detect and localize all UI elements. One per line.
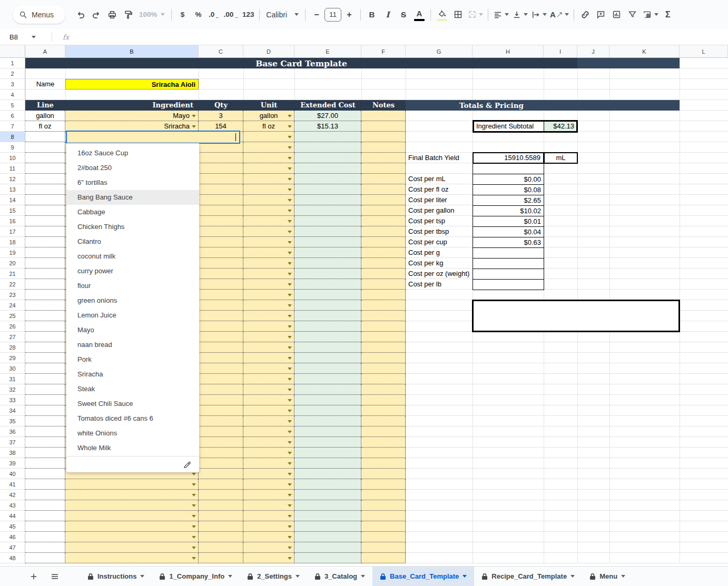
more-formats-button[interactable]: 123 xyxy=(240,7,256,23)
dropdown-arrow-icon[interactable] xyxy=(288,336,292,339)
decrease-decimal-button[interactable]: .0← xyxy=(206,7,222,23)
dropdown-arrow-icon[interactable] xyxy=(192,515,196,518)
text-rotation-button[interactable]: A xyxy=(548,7,570,23)
cell-D18[interactable] xyxy=(243,237,294,247)
cell-A33[interactable] xyxy=(25,395,65,405)
table-views-button[interactable] xyxy=(641,7,660,23)
cell-E38[interactable] xyxy=(294,448,361,458)
row-header-31[interactable]: 31 xyxy=(0,374,25,384)
row-header-2[interactable]: 2 xyxy=(0,68,25,79)
row-header-47[interactable]: 47 xyxy=(0,542,25,553)
cell-A24[interactable] xyxy=(25,300,65,311)
cell-D43[interactable] xyxy=(243,500,294,511)
row-header-21[interactable]: 21 xyxy=(0,269,25,279)
cell-C40[interactable] xyxy=(199,469,243,479)
cell-C21[interactable] xyxy=(199,269,243,279)
cell-D14[interactable] xyxy=(243,195,294,205)
chevron-down-icon[interactable] xyxy=(140,575,144,578)
cell-C15[interactable] xyxy=(199,205,243,216)
cost-label-cell[interactable]: Cost per tsp xyxy=(406,216,473,226)
paint-format-button[interactable] xyxy=(120,7,136,23)
cost-label-cell[interactable]: Cost per cup xyxy=(406,237,473,247)
cell-F16[interactable] xyxy=(361,216,406,226)
subtotal-value-cell[interactable]: $42.13 xyxy=(544,122,576,131)
cell-F12[interactable] xyxy=(361,174,406,184)
dropdown-option[interactable]: Cilantro xyxy=(66,234,199,249)
cell-C42[interactable] xyxy=(199,490,243,500)
row-header-9[interactable]: 9 xyxy=(0,142,25,153)
cell-A8[interactable] xyxy=(25,132,65,142)
cell-C34[interactable] xyxy=(199,405,243,416)
cell-D42[interactable] xyxy=(243,490,294,500)
cell-D48[interactable] xyxy=(243,553,294,563)
cell-E44[interactable] xyxy=(294,511,361,521)
sheet-tab-2_Settings[interactable]: 2_Settings xyxy=(240,567,307,586)
dropdown-arrow-icon[interactable] xyxy=(288,188,292,191)
borders-button[interactable] xyxy=(450,7,466,23)
cell-B45[interactable] xyxy=(65,521,199,532)
strikethrough-button[interactable]: S xyxy=(396,7,411,23)
cell-F36[interactable] xyxy=(361,426,406,437)
cost-value-cell[interactable] xyxy=(473,248,544,259)
cost-label-cell[interactable]: Cost per g xyxy=(406,247,473,258)
cell-F26[interactable] xyxy=(361,321,406,332)
cell-A11[interactable] xyxy=(25,163,65,174)
cell-C24[interactable] xyxy=(199,300,243,311)
row-header-29[interactable]: 29 xyxy=(0,353,25,363)
cell-E37[interactable] xyxy=(294,437,361,448)
cell-A15[interactable] xyxy=(25,205,65,216)
cell-E45[interactable] xyxy=(294,521,361,532)
cell-A32[interactable] xyxy=(25,384,65,395)
cell-F13[interactable] xyxy=(361,184,406,195)
cell-E21[interactable] xyxy=(294,269,361,279)
dropdown-arrow-icon[interactable] xyxy=(288,378,292,381)
dropdown-arrow-icon[interactable] xyxy=(288,452,292,454)
increase-decimal-button[interactable]: .00→ xyxy=(222,7,241,23)
cell-E46[interactable] xyxy=(294,532,361,542)
dropdown-arrow-icon[interactable] xyxy=(288,273,292,275)
cell-D29[interactable] xyxy=(243,353,294,363)
cell-E11[interactable] xyxy=(294,163,361,174)
cell-F45[interactable] xyxy=(361,521,406,532)
cell-A9[interactable] xyxy=(25,142,65,153)
chevron-down-icon[interactable] xyxy=(570,575,575,578)
row-header-32[interactable]: 32 xyxy=(0,384,25,395)
add-sheet-button[interactable] xyxy=(23,567,44,586)
cell-C41[interactable] xyxy=(199,479,243,490)
row-header-36[interactable]: 36 xyxy=(0,426,25,437)
cell-A28[interactable] xyxy=(25,342,65,353)
cell-D26[interactable] xyxy=(243,321,294,332)
cell-A39[interactable] xyxy=(25,458,65,469)
cell-F29[interactable] xyxy=(361,353,406,363)
dropdown-option[interactable]: Bang Bang Sauce xyxy=(66,190,199,205)
cell-C29[interactable] xyxy=(199,353,243,363)
cell-A13[interactable] xyxy=(25,184,65,195)
dropdown-option[interactable]: naan bread xyxy=(66,337,199,352)
cell-F15[interactable] xyxy=(361,205,406,216)
undo-button[interactable] xyxy=(73,7,88,23)
cell-E26[interactable] xyxy=(294,321,361,332)
yield-unit-cell[interactable]: mL xyxy=(544,152,578,164)
cell-E47[interactable] xyxy=(294,542,361,553)
row-header-39[interactable]: 39 xyxy=(0,458,25,469)
cell-F7[interactable] xyxy=(361,121,406,132)
create-filter-button[interactable] xyxy=(625,7,641,23)
cell-D31[interactable] xyxy=(243,374,294,384)
cell-E19[interactable] xyxy=(294,247,361,258)
dropdown-arrow-icon[interactable] xyxy=(288,504,292,507)
vertical-align-button[interactable] xyxy=(510,7,529,23)
dropdown-arrow-icon[interactable] xyxy=(288,389,292,391)
cell-D20[interactable] xyxy=(243,258,294,269)
dropdown-arrow-icon[interactable] xyxy=(288,315,292,317)
cell-A29[interactable] xyxy=(25,353,65,363)
row-header-15[interactable]: 15 xyxy=(0,205,25,216)
select-all-corner[interactable] xyxy=(0,45,25,58)
cost-label-cell[interactable]: Cost per lb xyxy=(406,279,473,290)
row-header-27[interactable]: 27 xyxy=(0,332,25,342)
cell-E30[interactable] xyxy=(294,363,361,374)
cell-E22[interactable] xyxy=(294,279,361,290)
cell-F8[interactable] xyxy=(361,132,406,142)
dropdown-arrow-icon[interactable] xyxy=(288,441,292,444)
cell-F24[interactable] xyxy=(361,300,406,311)
sheet-tab-Menu[interactable]: Menu xyxy=(582,567,633,586)
